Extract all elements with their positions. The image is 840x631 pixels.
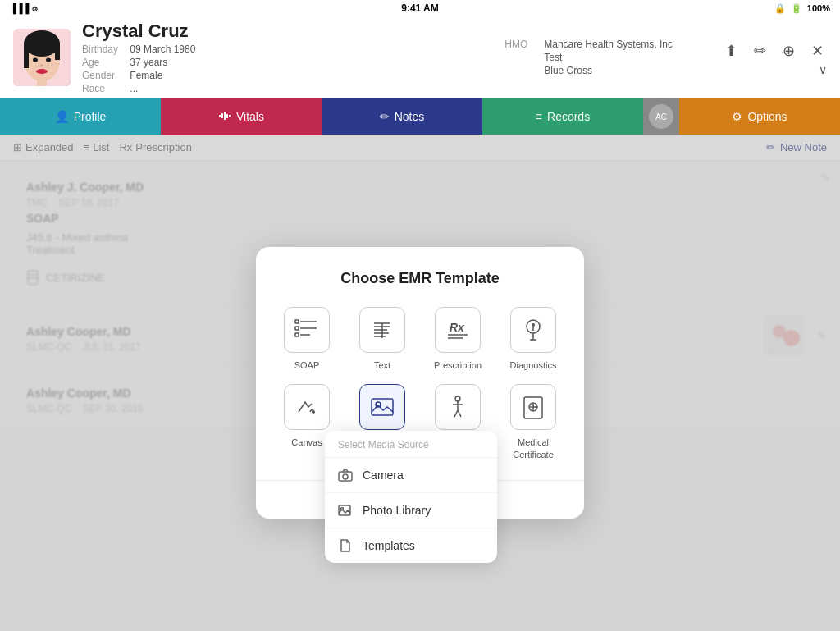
- modal-title: Choose EMR Template: [276, 270, 564, 287]
- photo-icon: [338, 503, 353, 518]
- hmo-row: HMO Mancare Health Systems, Inc: [504, 39, 673, 50]
- birthday-value: 09 March 1980: [130, 43, 195, 55]
- dropdown-arrow-icon[interactable]: ∨: [819, 63, 827, 76]
- medcert-label: Medical Certificate: [502, 437, 564, 460]
- wifi-icon: ⌾: [32, 3, 38, 13]
- bodymap-icon-box: [435, 384, 481, 430]
- svg-point-55: [343, 474, 348, 479]
- media-source-header: Select Media Source: [325, 431, 497, 458]
- tab-vitals[interactable]: Vitals: [161, 98, 322, 135]
- hmo-value: Mancare Health Systems, Inc: [544, 39, 673, 50]
- notes-tab-icon: ✏: [380, 110, 390, 123]
- svg-rect-9: [37, 78, 47, 86]
- svg-rect-10: [219, 115, 221, 117]
- tab-circle[interactable]: AC: [643, 98, 679, 135]
- svg-rect-24: [295, 327, 299, 330]
- status-time: 9:41 AM: [401, 2, 439, 14]
- records-tab-icon: ≡: [536, 110, 542, 123]
- tab-bar: 👤 Profile Vitals ✏ Notes ≡ Records AC ⚙ …: [0, 98, 840, 135]
- patient-avatar: [13, 29, 71, 86]
- gender-value: Female: [130, 70, 162, 81]
- svg-rect-12: [224, 112, 226, 120]
- prescription-icon-box: Rx: [435, 307, 481, 353]
- template-prescription[interactable]: Rx Prescription: [427, 307, 489, 371]
- signal-icon: ▐▐▐: [10, 3, 29, 13]
- tab-options[interactable]: ⚙ Options: [679, 98, 840, 135]
- hmo-label: HMO: [504, 39, 537, 50]
- age-label: Age: [82, 57, 127, 68]
- tab-notes-label: Notes: [395, 110, 425, 123]
- svg-rect-13: [226, 114, 228, 118]
- gender-label: Gender: [82, 70, 127, 81]
- template-text[interactable]: Text: [351, 307, 413, 371]
- text-icon-box: [359, 307, 405, 353]
- race-label: Race: [82, 83, 127, 94]
- close-button[interactable]: ✕: [808, 39, 827, 63]
- svg-line-48: [454, 410, 458, 417]
- race-value: ...: [130, 83, 138, 94]
- svg-rect-22: [295, 320, 299, 323]
- svg-text:Rx: Rx: [450, 321, 465, 334]
- settings-button[interactable]: ⊕: [779, 39, 798, 63]
- svg-point-42: [312, 410, 315, 414]
- svg-rect-14: [229, 115, 231, 117]
- header-actions-wrap: ⬆ ✏ ⊕ ✕ ∨: [722, 39, 827, 76]
- prescription-label: Prescription: [434, 359, 482, 371]
- vitals-tab-icon: [218, 109, 231, 125]
- tab-notes[interactable]: ✏ Notes: [322, 98, 482, 135]
- medcert-icon-box: [510, 384, 556, 430]
- emr-template-modal: Choose EMR Template: [256, 247, 584, 519]
- templates-label: Templates: [363, 539, 415, 552]
- hmo-line2: Test: [504, 52, 673, 63]
- avatar-svg: [13, 29, 71, 86]
- svg-point-7: [40, 64, 43, 66]
- media-source-camera[interactable]: Camera: [325, 458, 497, 493]
- status-left: ▐▐▐ ⌾: [10, 3, 38, 13]
- media-source-templates[interactable]: Templates: [325, 528, 497, 563]
- canvas-label: Canvas: [291, 437, 322, 448]
- image-icon-box: [359, 384, 405, 430]
- modal-overlay: Choose EMR Template: [0, 135, 840, 631]
- patient-details: Crystal Cruz Birthday 09 March 1980 Age …: [82, 21, 195, 94]
- tab-options-label: Options: [747, 110, 787, 123]
- svg-rect-3: [24, 43, 29, 68]
- svg-rect-26: [295, 333, 299, 336]
- svg-point-8: [36, 69, 48, 74]
- header-right: HMO Mancare Health Systems, Inc Test Blu…: [504, 39, 827, 76]
- share-button[interactable]: ⬆: [722, 39, 741, 63]
- lock-icon: 🔒: [774, 3, 786, 14]
- svg-point-6: [46, 57, 51, 62]
- diagnostics-icon-box: [510, 307, 556, 353]
- edit-button[interactable]: ✏: [751, 39, 769, 63]
- tab-records[interactable]: ≡ Records: [482, 98, 643, 135]
- status-right: 🔒 🔋 100%: [774, 3, 830, 14]
- patient-gender: Gender Female: [82, 70, 195, 81]
- template-medcert[interactable]: Medical Certificate: [502, 384, 564, 460]
- camera-label: Camera: [363, 469, 404, 482]
- patient-info-left: Crystal Cruz Birthday 09 March 1980 Age …: [13, 21, 195, 94]
- tab-profile[interactable]: 👤 Profile: [0, 98, 161, 135]
- battery-level: 100%: [807, 3, 830, 13]
- patient-header: Crystal Cruz Birthday 09 March 1980 Age …: [0, 16, 840, 98]
- svg-point-40: [532, 323, 535, 327]
- svg-point-2: [24, 30, 60, 57]
- media-source-photolibrary[interactable]: Photo Library: [325, 493, 497, 528]
- tab-records-label: Records: [547, 110, 590, 123]
- svg-rect-4: [55, 43, 60, 60]
- patient-birthday: Birthday 09 March 1980: [82, 43, 195, 55]
- patient-race: Race ...: [82, 83, 195, 94]
- diagnostics-label: Diagnostics: [510, 359, 557, 371]
- profile-tab-icon: 👤: [55, 110, 69, 123]
- hmo-info: HMO Mancare Health Systems, Inc Test Blu…: [504, 39, 673, 76]
- hmo-line3: Blue Cross: [504, 65, 673, 76]
- template-soap[interactable]: SOAP: [276, 307, 338, 371]
- svg-point-5: [33, 57, 38, 62]
- circle-avatar: AC: [649, 104, 673, 129]
- birthday-label: Birthday: [82, 43, 127, 55]
- content-area: ⊞ Expanded ≡ List Rx Prescription ✏ New …: [0, 135, 840, 631]
- file-icon: [338, 538, 353, 553]
- template-diagnostics[interactable]: Diagnostics: [502, 307, 564, 371]
- status-bar: ▐▐▐ ⌾ 9:41 AM 🔒 🔋 100%: [0, 0, 840, 16]
- tab-profile-label: Profile: [74, 110, 107, 123]
- svg-point-45: [455, 396, 460, 401]
